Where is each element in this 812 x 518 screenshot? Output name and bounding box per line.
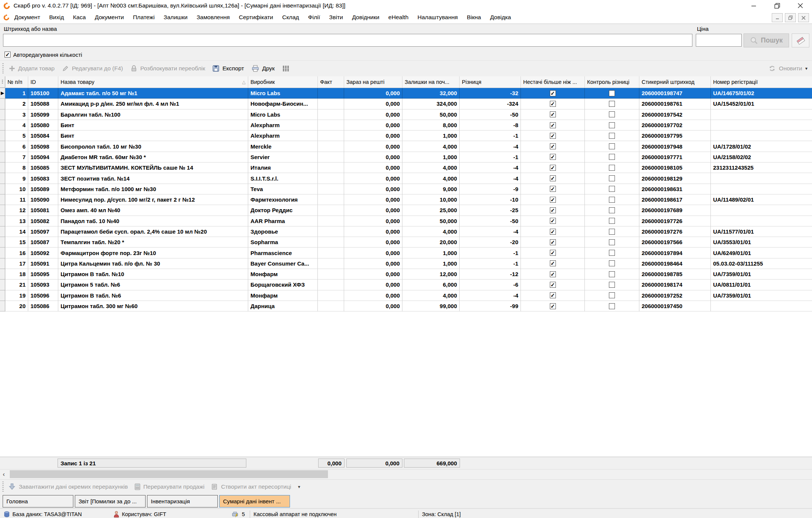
cell-now[interactable]: 0,000 (344, 205, 402, 216)
cell-fact[interactable] (318, 301, 344, 311)
cell-control[interactable] (585, 205, 639, 216)
cell-manufacturer[interactable]: Bayer Consumer Ca... (248, 258, 318, 269)
cell-id[interactable]: 105099 (28, 109, 58, 120)
cell-start[interactable]: 10,000 (402, 194, 460, 205)
table-row[interactable]: 12105081Омез амп. 40 мл №40Доктор Реддис… (0, 205, 812, 216)
cell-num[interactable]: 21 (5, 280, 28, 290)
control-checkbox[interactable] (609, 122, 615, 128)
cell-num[interactable]: 20 (5, 301, 28, 311)
shortage-checkbox[interactable]: ✓ (550, 239, 556, 245)
cell-id[interactable]: 105094 (28, 152, 58, 163)
table-row[interactable]: 4105080БинтAlexpharm0,0008,000-8✓2060000… (0, 120, 812, 131)
cell-manufacturer[interactable]: Доктор Реддис (248, 205, 318, 216)
menu-item-1[interactable]: Вихід (45, 14, 68, 21)
cell-manufacturer[interactable]: Борщаговский ХФЗ (248, 280, 318, 290)
table-row[interactable]: 10105089Метформин табл. п/о 1000 мг №30T… (0, 184, 812, 194)
edit-button[interactable]: Редагувати до (F4) (62, 65, 123, 72)
shortage-checkbox[interactable]: ✓ (550, 292, 556, 298)
tab-zvit-pomylky[interactable]: Звіт [Помилки за до ... (75, 495, 146, 507)
cell-fact[interactable] (318, 280, 344, 290)
table-row[interactable]: 7105094Диабетон MR табл. 60мг №30 *Servi… (0, 152, 812, 163)
cell-shortage[interactable]: ✓ (521, 237, 585, 248)
control-checkbox[interactable] (609, 218, 615, 224)
cell-name[interactable]: Баралгин табл. №100 (58, 109, 248, 120)
cell-sticker[interactable]: 2060000198464 (639, 258, 711, 269)
cell-now[interactable]: 0,000 (344, 258, 402, 269)
cell-id[interactable]: 105097 (28, 226, 58, 237)
menu-item-14[interactable]: Вікна (462, 14, 486, 21)
table-row[interactable]: 18105095Цитрамон В табл. №10Монфарм0,000… (0, 269, 812, 280)
shortage-checkbox[interactable]: ✓ (550, 90, 556, 96)
cell-shortage[interactable]: ✓ (521, 226, 585, 237)
shortage-checkbox[interactable]: ✓ (550, 154, 556, 160)
cell-shortage[interactable]: ✓ (521, 99, 585, 109)
cell-name[interactable]: ЗЕСТ МУЛЬТИВИТАМИН. КОКТЕЙЛЬ саше № 14 (58, 163, 248, 173)
cell-start[interactable]: 99,000 (402, 301, 460, 311)
tab-sumarni-dani[interactable]: Сумарні дані інвент ... (219, 495, 290, 507)
cell-shortage[interactable]: ✓ (521, 248, 585, 258)
cell-shortage[interactable]: ✓ (521, 301, 585, 311)
cell-manufacturer[interactable]: Micro Labs (248, 109, 318, 120)
horizontal-scrollbar[interactable]: ‹ (0, 469, 812, 479)
cell-start[interactable]: 1,000 (402, 248, 460, 258)
cell-control[interactable] (585, 269, 639, 280)
table-row[interactable]: 8105085ЗЕСТ МУЛЬТИВИТАМИН. КОКТЕЙЛЬ саше… (0, 163, 812, 173)
table-row[interactable]: 21105093Цитрамон 5 табл. №6Борщаговский … (0, 280, 812, 290)
table-row[interactable]: 9105083ЗЕСТ позитив табл. №14S.I.I.T.S.r… (0, 173, 812, 184)
cell-name[interactable]: Нимесулид пор. д/сусп. 100 мг/2 г, пакет… (58, 194, 248, 205)
cell-reg[interactable] (711, 173, 812, 184)
cell-reg[interactable]: UA/11577/01/01 (711, 226, 812, 237)
control-checkbox[interactable] (609, 303, 615, 309)
cell-diff[interactable]: -4 (460, 141, 521, 152)
cell-fact[interactable] (318, 163, 344, 173)
cell-reg[interactable]: UA/11489/02/01 (711, 194, 812, 205)
tab-holovna[interactable]: Головна (3, 495, 73, 507)
cell-fact[interactable] (318, 290, 344, 301)
cell-fact[interactable] (318, 194, 344, 205)
cell-num[interactable]: 19 (5, 290, 28, 301)
scrollbar-thumb[interactable] (10, 470, 328, 478)
control-checkbox[interactable] (609, 165, 615, 171)
table-row[interactable]: 19105096Цитрамон В табл. №6Монфарм0,0004… (0, 290, 812, 301)
cell-fact[interactable] (318, 216, 344, 226)
cell-diff[interactable]: -8 (460, 120, 521, 131)
cell-id[interactable]: 105089 (28, 184, 58, 194)
cell-now[interactable]: 0,000 (344, 216, 402, 226)
add-item-button[interactable]: Додати товар (9, 65, 55, 72)
cell-sticker[interactable]: 2060000197702 (639, 120, 711, 131)
cell-sticker[interactable]: 2060000197566 (639, 237, 711, 248)
cell-shortage[interactable]: ✓ (521, 120, 585, 131)
cell-start[interactable]: 4,000 (402, 226, 460, 237)
cell-reg[interactable]: UA/0811/01/01 (711, 280, 812, 290)
cell-start[interactable]: 32,000 (402, 88, 460, 99)
cell-start[interactable]: 1,000 (402, 152, 460, 163)
cell-reg[interactable]: UA/15452/01/01 (711, 99, 812, 109)
shortage-checkbox[interactable]: ✓ (550, 165, 556, 171)
cell-name[interactable]: Адамакс табл. п/о 50 мг №1 (58, 88, 248, 99)
table-row[interactable]: 20105086Цитрамон табл. 300 мг №60Дарница… (0, 301, 812, 311)
table-row[interactable]: 16105092Фармацитрон форте пор. 23г №10Ph… (0, 248, 812, 258)
toolbar-drag-handle[interactable] (2, 63, 4, 74)
cell-reg[interactable]: UA/7359/01/01 (711, 290, 812, 301)
cell-start[interactable]: 50,000 (402, 109, 460, 120)
cell-control[interactable] (585, 184, 639, 194)
cell-start[interactable]: 4,000 (402, 173, 460, 184)
menu-item-11[interactable]: Довідники (348, 14, 384, 21)
cell-start[interactable]: 25,000 (402, 205, 460, 216)
table-row[interactable]: 14105097Парацетамол беби сусп. орал. 2,4… (0, 226, 812, 237)
cell-fact[interactable] (318, 226, 344, 237)
cell-manufacturer[interactable]: Здоровье (248, 226, 318, 237)
shortage-checkbox[interactable]: ✓ (550, 250, 556, 256)
cell-manufacturer[interactable]: Италия (248, 163, 318, 173)
cell-fact[interactable] (318, 131, 344, 141)
table-row[interactable]: 2105088Амикацид р-р д/ин. 250 мг/мл фл. … (0, 99, 812, 109)
column-header-2[interactable]: Назва товару△ (58, 76, 248, 88)
bottom-toolbar-drag-handle[interactable] (2, 482, 4, 492)
cell-start[interactable]: 12,000 (402, 269, 460, 280)
cell-control[interactable] (585, 99, 639, 109)
cell-num[interactable]: 1 (5, 88, 28, 99)
cell-diff[interactable]: -1 (460, 152, 521, 163)
cell-sticker[interactable]: 2060000198747 (639, 88, 711, 99)
cell-reg[interactable] (711, 216, 812, 226)
table-row[interactable]: 17105091Цитра Кальцемин таб. п/о фл. № 3… (0, 258, 812, 269)
